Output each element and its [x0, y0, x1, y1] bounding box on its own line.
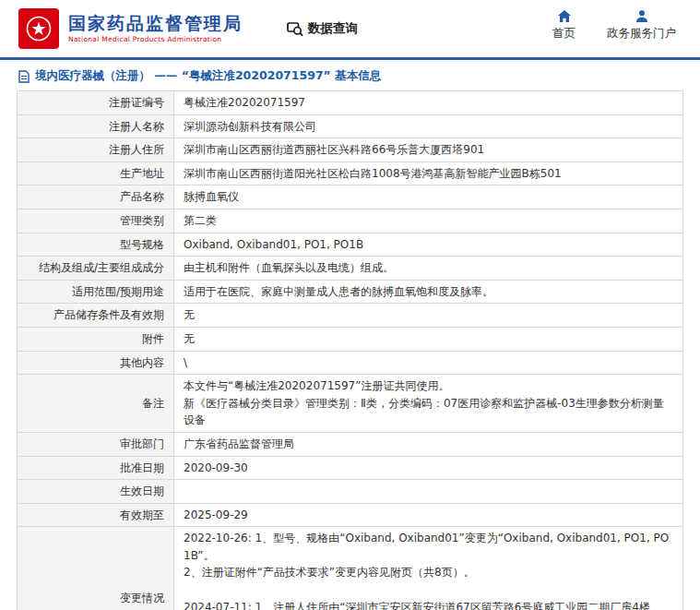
table-row: 变更情况 2022-10-26: 1、型号、规格由“Oxiband, Oxiba…: [18, 527, 683, 610]
data-query-label: 数据查询: [308, 20, 358, 37]
field-label: 其他内容: [18, 351, 174, 375]
field-label: 备注: [18, 375, 174, 433]
field-value: 适用于在医院、家庭中测量成人患者的脉搏血氧饱和度及脉率。: [174, 280, 683, 304]
table-row: 备注 本文件与“粤械注准20202071597”注册证共同使用。 新《医疗器械分…: [18, 375, 683, 433]
field-label: 型号规格: [18, 233, 174, 257]
field-label: 附件: [18, 327, 174, 351]
field-value: 深圳市南山区西丽街道西丽社区兴科路66号乐普大厦西塔901: [174, 138, 683, 162]
field-value: 深圳源动创新科技有限公司: [174, 114, 683, 138]
field-value: 2020-09-30: [174, 456, 683, 480]
field-value: 深圳市南山区西丽街道阳光社区松白路1008号港鸿基高新智能产业园B栋501: [174, 161, 683, 185]
table-row: 产品储存条件及有效期 无: [18, 304, 683, 328]
nav-home-label: 首页: [552, 26, 575, 42]
field-label: 产品储存条件及有效期: [18, 304, 174, 328]
field-label: 结构及组成/主要组成成分: [18, 257, 174, 281]
field-value: 无: [174, 304, 683, 328]
field-label: 批准日期: [18, 456, 174, 480]
nav-portal-label: 政务服务门户: [607, 26, 676, 42]
field-value: 粤械注准20202071597: [174, 91, 683, 115]
top-navigation: 首页 政务服务门户: [552, 9, 676, 42]
field-label: 管理类别: [18, 209, 174, 233]
document-icon: [18, 70, 30, 83]
table-row: 生产地址 深圳市南山区西丽街道阳光社区松白路1008号港鸿基高新智能产业园B栋5…: [18, 161, 683, 185]
nav-portal[interactable]: 政务服务门户: [607, 9, 676, 42]
user-icon: [635, 9, 649, 23]
field-value: 第二类: [174, 209, 683, 233]
field-value: 由主机和附件（血氧探头以及电缆）组成。: [174, 257, 683, 281]
data-query-button[interactable]: 数据查询: [287, 20, 358, 37]
table-row: 型号规格 Oxiband, Oxiband01, PO1, PO1B: [18, 233, 683, 257]
field-value: \: [174, 351, 683, 375]
field-value: Oxiband, Oxiband01, PO1, PO1B: [174, 233, 683, 257]
table-row: 生效日期: [18, 480, 683, 504]
table-row: 其他内容 \: [18, 351, 683, 375]
emblem-star-icon: [25, 15, 53, 42]
field-value: 广东省药品监督管理局: [174, 432, 683, 456]
table-row: 审批部门 广东省药品监督管理局: [18, 432, 683, 456]
table-row: 附件 无: [18, 327, 683, 351]
page: 国家药品监督管理局 National Medical Products Admi…: [0, 0, 700, 610]
field-value: 2022-10-26: 1、型号、规格由“Oxiband, Oxiband01”…: [174, 527, 683, 610]
table-row: 注册人住所 深圳市南山区西丽街道西丽社区兴科路66号乐普大厦西塔901: [18, 138, 683, 162]
table-row: 注册人名称 深圳源动创新科技有限公司: [18, 114, 683, 138]
agency-title-block: 国家药品监督管理局 National Medical Products Admi…: [68, 14, 243, 44]
table-row: 管理类别 第二类: [18, 209, 683, 233]
field-label: 适用范围/预期用途: [18, 280, 174, 304]
field-label: 注册证编号: [18, 91, 174, 115]
page-title: 境内医疗器械（注册） —— “粤械注准20202071597” 基本信息: [35, 68, 381, 84]
info-table: 注册证编号 粤械注准20202071597 注册人名称 深圳源动创新科技有限公司…: [17, 90, 683, 610]
field-label: 变更情况: [18, 527, 174, 610]
nav-home[interactable]: 首页: [552, 9, 575, 42]
field-label: 生效日期: [18, 480, 174, 504]
table-row: 适用范围/预期用途 适用于在医院、家庭中测量成人患者的脉搏血氧饱和度及脉率。: [18, 280, 683, 304]
field-label: 产品名称: [18, 185, 174, 209]
field-label: 注册人住所: [18, 138, 174, 162]
agency-name: 国家药品监督管理局: [68, 14, 243, 34]
table-row: 产品名称 脉搏血氧仪: [18, 185, 683, 209]
home-icon: [557, 9, 572, 23]
field-value: [174, 480, 683, 504]
breadcrumb: 境内医疗器械（注册） —— “粤械注准20202071597” 基本信息: [0, 60, 700, 90]
field-label: 审批部门: [18, 432, 174, 456]
agency-name-en: National Medical Products Administration: [68, 35, 243, 43]
header: 国家药品监督管理局 National Medical Products Admi…: [0, 0, 700, 57]
field-label: 有效期至: [18, 503, 174, 527]
field-label: 生产地址: [18, 161, 174, 185]
table-row: 批准日期 2020-09-30: [18, 456, 683, 480]
field-value: 本文件与“粤械注准20202071597”注册证共同使用。 新《医疗器械分类目录…: [174, 375, 683, 433]
field-label: 注册人名称: [18, 114, 174, 138]
national-emblem-logo: [18, 8, 59, 49]
table-row: 结构及组成/主要组成成分 由主机和附件（血氧探头以及电缆）组成。: [18, 257, 683, 281]
search-icon: [287, 21, 303, 37]
table-row: 注册证编号 粤械注准20202071597: [18, 91, 683, 115]
field-value: 脉搏血氧仪: [174, 185, 683, 209]
table-row: 有效期至 2025-09-29: [18, 503, 683, 527]
field-value: 2025-09-29: [174, 503, 683, 527]
field-value: 无: [174, 327, 683, 351]
